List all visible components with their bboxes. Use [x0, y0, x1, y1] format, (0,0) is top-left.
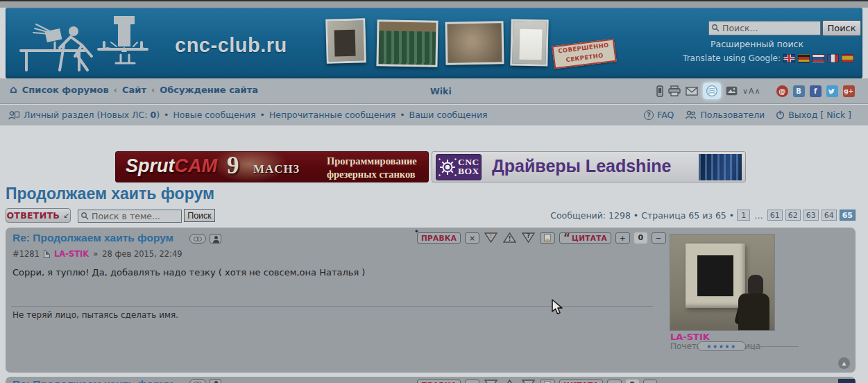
image-attachments-icon[interactable]	[726, 86, 738, 96]
page-link-63[interactable]: 63	[803, 210, 819, 221]
page-link-61[interactable]: 61	[767, 210, 783, 221]
post-toolbar: ПРАВКА × ЦИТАТА + 0 −	[417, 379, 657, 383]
session-links: ? FAQ Пользователи Выход [ Nick ]	[644, 110, 851, 120]
page-link-64[interactable]: 64	[822, 210, 837, 221]
logout-icon	[776, 110, 785, 119]
information-icon[interactable]	[540, 380, 555, 383]
user-links: Личный раздел (Новых ЛС: 0) • Новые сооб…	[8, 110, 488, 120]
quote-button[interactable]: “ЦИТАТА	[559, 232, 611, 244]
photo-thumbnail-frame-machine[interactable]	[510, 19, 548, 66]
back-to-top-button[interactable]: ▲	[838, 357, 850, 369]
post-title-link[interactable]: Re: Продолжаем хаить форум	[12, 232, 173, 244]
topic-search-button[interactable]: Поиск	[184, 209, 215, 222]
logout-link[interactable]: Выход [ Nick ]	[788, 110, 851, 120]
facebook-share-icon[interactable]: f	[810, 85, 822, 97]
search-button[interactable]: Поиск	[822, 20, 861, 36]
advanced-search-link[interactable]: Расширенный поиск	[710, 39, 803, 49]
new-posts-link[interactable]: Новые сообщения	[173, 110, 255, 120]
topic-title[interactable]: Продолжаем хаить форум	[6, 185, 214, 203]
faq-icon: ?	[644, 110, 654, 120]
topic-search-input[interactable]	[78, 210, 182, 223]
font-size-icon[interactable]: ∨A∧	[742, 87, 761, 96]
breadcrumb-site-discussion[interactable]: Обсуждение сайта	[160, 85, 258, 95]
unread-posts-link[interactable]: Непрочитанные сообщения	[269, 110, 395, 120]
profile-username[interactable]: LA-STIK	[670, 332, 710, 342]
delete-button[interactable]: ×	[465, 380, 479, 383]
photo-thumbnail-clay-part[interactable]	[445, 21, 504, 65]
post-title-link[interactable]: Re: Продолжаем хаить форум	[12, 378, 173, 383]
dislike-button[interactable]: −	[643, 380, 658, 383]
breadcrumb-separator: ‹	[114, 85, 117, 95]
dislike-button[interactable]: −	[652, 232, 666, 244]
post-number[interactable]: #1281	[12, 249, 40, 259]
flag-france-icon[interactable]	[827, 54, 839, 62]
brand-cam: CAM	[175, 155, 218, 176]
members-icon	[685, 110, 697, 119]
wiki-link[interactable]: Wiki	[430, 86, 452, 96]
edit-button[interactable]: *ПРАВКА	[417, 232, 461, 244]
pencil-star-icon: *	[415, 229, 418, 236]
information-icon[interactable]	[540, 232, 555, 244]
mailru-share-icon[interactable]: @	[776, 85, 788, 97]
home-icon[interactable]: ⌂	[10, 85, 17, 95]
mobile-view-icon[interactable]	[656, 85, 663, 97]
reply-button[interactable]: ОТВЕТИТЬ ↙	[6, 208, 71, 223]
author-posts-icon[interactable]	[210, 234, 221, 244]
post-author-link[interactable]: LA-STIK	[54, 249, 89, 259]
warn-user-icon[interactable]	[502, 379, 517, 383]
site-title[interactable]: cnc-club.ru	[175, 34, 287, 57]
breadcrumb-site[interactable]: Сайт	[122, 85, 146, 95]
separator-bullet: •	[164, 110, 169, 120]
like-button[interactable]: +	[607, 380, 622, 383]
faq-link[interactable]: FAQ	[657, 110, 674, 120]
top-secret-stamp[interactable]: СОВЕРШЕННО СЕКРЕТНО	[552, 39, 616, 69]
quote-button[interactable]: ЦИТАТА	[559, 380, 603, 383]
author-posts-icon[interactable]	[210, 379, 221, 383]
page-link-1[interactable]: 1	[737, 210, 750, 221]
delete-button[interactable]: ×	[465, 232, 479, 244]
members-link[interactable]: Пользователи	[700, 110, 765, 120]
edit-button[interactable]: ПРАВКА	[417, 380, 461, 383]
email-icon[interactable]	[686, 87, 698, 96]
query-post-icon[interactable]: ?	[521, 232, 536, 244]
sprutcam-banner[interactable]: SprutCAM 9 MACH3 Программирование фрезер…	[115, 151, 429, 182]
caption-line1: Программирование	[327, 155, 417, 168]
rank-stars: ★★★★★	[697, 341, 746, 351]
page-ellipsis: …	[753, 210, 765, 221]
cncbox-banner[interactable]: CNC BOX Драйверы Leadshine	[432, 151, 746, 182]
page-current-65[interactable]: 65	[840, 210, 856, 221]
warn-user-icon[interactable]: !	[502, 232, 517, 244]
date-separator: »	[93, 249, 98, 259]
avatar	[670, 235, 774, 330]
separator-bullet: •	[400, 110, 405, 120]
search-input[interactable]	[708, 21, 821, 35]
report-post-icon[interactable]	[484, 379, 498, 383]
breadcrumb-forum-index[interactable]: Список форумов	[22, 85, 109, 95]
quote-icon: “	[563, 236, 570, 240]
googleplus-share-icon[interactable]: g+	[843, 85, 855, 97]
cncbox-logo-text: CNC BOX	[458, 158, 479, 176]
vkontakte-share-icon[interactable]: B	[793, 85, 805, 97]
photo-thumbnail-pcb-boards[interactable]	[376, 19, 438, 67]
feed-icon-highlighted[interactable]	[703, 83, 721, 99]
page-link-62[interactable]: 62	[785, 210, 801, 221]
twitter-share-icon[interactable]	[826, 85, 838, 97]
flag-russia-icon[interactable]	[812, 54, 824, 62]
flag-germany-icon[interactable]	[798, 54, 810, 62]
breadcrumb: ⌂ Список форумов ‹ Сайт ‹ Обсуждение сай…	[10, 85, 258, 95]
separator-bullet: •	[633, 210, 638, 221]
print-icon[interactable]	[668, 85, 681, 96]
separator-bullet: •	[260, 110, 265, 120]
cnc-club-logo-illustration[interactable]	[15, 15, 169, 74]
photo-thumbnail-chamber[interactable]	[325, 18, 366, 63]
flag-uk-icon[interactable]	[783, 54, 795, 62]
permalink-icon[interactable]	[189, 234, 206, 244]
like-button[interactable]: +	[615, 232, 630, 244]
your-posts-link[interactable]: Ваши сообщения	[409, 110, 488, 120]
report-post-icon[interactable]: !	[484, 232, 498, 244]
query-post-icon[interactable]	[521, 379, 536, 383]
translate-bar: Translate using Google:	[683, 53, 853, 63]
personal-section-link[interactable]: Личный раздел (Новых ЛС: 0)	[24, 110, 160, 120]
flag-spain-icon[interactable]	[842, 54, 853, 62]
permalink-icon[interactable]	[189, 379, 206, 383]
